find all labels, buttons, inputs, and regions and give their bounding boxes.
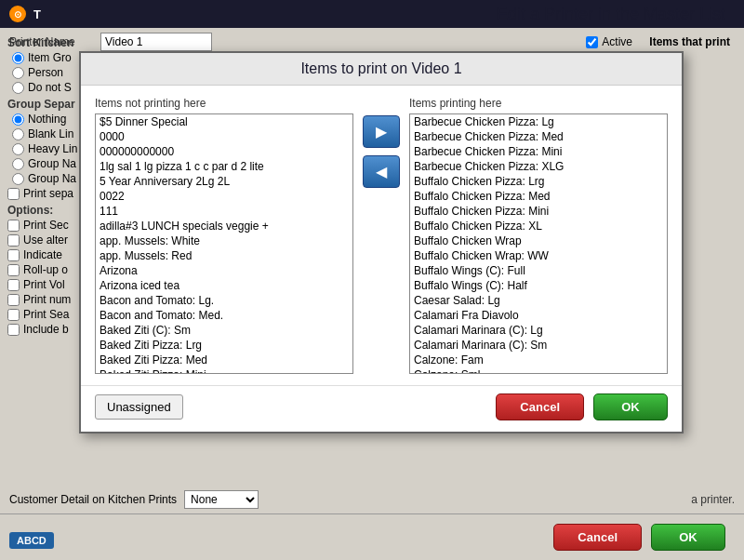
radio-do-not-sort-input[interactable] (12, 82, 24, 94)
list-item[interactable]: app. Mussels: White (96, 233, 352, 248)
list-item[interactable]: 1lg sal 1 lg pizza 1 c c par d 2 lite (96, 159, 352, 174)
list-item[interactable]: Baked Ziti Pizza: Lrg (96, 338, 352, 353)
list-item[interactable]: Arizona (96, 263, 352, 278)
modal-footer: Unassigned Cancel OK (81, 385, 682, 432)
group-na2-label: Group Na (28, 172, 76, 185)
list-item[interactable]: $5 Dinner Special (96, 114, 352, 129)
use-alter-checkbox[interactable] (7, 234, 20, 247)
list-item[interactable]: Buffalo Chicken Pizza: Lrg (410, 174, 667, 189)
customer-detail-row: Customer Detail on Kitchen Prints None (9, 490, 735, 509)
list-item[interactable]: 5 Year Anniversary 2Lg 2L (96, 174, 352, 189)
print-vol-checkbox[interactable] (7, 279, 20, 291)
use-alter-label: Use alter (23, 233, 68, 247)
a-printer-text: a printer. (691, 493, 735, 506)
right-list-column: Items printing here Barbecue Chicken Piz… (409, 97, 668, 374)
roll-up-label: Roll-up o (23, 263, 68, 276)
main-ok-button[interactable]: OK (651, 524, 725, 551)
list-item[interactable]: 111 (96, 204, 352, 219)
bottom-bar: ABCD Cancel OK (0, 513, 744, 560)
sort-kitchen-label: Sort Kitchen (7, 36, 113, 49)
left-list-box[interactable]: $5 Dinner Special00000000000000001lg sal… (95, 113, 353, 374)
modal-ok-button[interactable]: OK (593, 393, 668, 420)
list-item[interactable]: Buffalo Wings (C): Half (410, 278, 667, 293)
app-title: T (33, 7, 41, 21)
list-item[interactable]: Barbecue Chicken Pizza: Mini (410, 144, 667, 159)
unassigned-label: Unassigned (95, 394, 183, 420)
list-item[interactable]: Calzone: Fam (410, 353, 667, 367)
list-item[interactable]: Baked Ziti Pizza: Mini (96, 367, 352, 374)
list-item[interactable]: Buffalo Chicken Pizza: Med (410, 189, 667, 204)
left-list-column: Items not printing here $5 Dinner Specia… (95, 97, 353, 374)
person-label: Person (28, 66, 63, 79)
left-list-header: Items not printing here (95, 97, 353, 110)
blank-lin-label: Blank Lin (28, 127, 73, 140)
move-left-button[interactable]: ◀ (363, 155, 400, 188)
print-sec-checkbox[interactable] (7, 220, 20, 232)
print-sea-label: Print Sea (23, 308, 69, 321)
print-sepa-checkbox[interactable] (7, 188, 20, 200)
move-right-button[interactable]: ▶ (363, 115, 400, 148)
print-vol-label: Print Vol (23, 278, 65, 291)
radio-item-gro-input[interactable] (12, 52, 24, 64)
list-item[interactable]: Barbecue Chicken Pizza: XLG (410, 159, 667, 174)
active-checkbox[interactable] (586, 36, 598, 48)
right-list-box[interactable]: Barbecue Chicken Pizza: LgBarbecue Chick… (409, 113, 668, 374)
nothing-label: Nothing (28, 113, 66, 126)
modal-cancel-button[interactable]: Cancel (496, 393, 584, 420)
modal-dialog: Items to print on Video 1 Items not prin… (79, 51, 684, 433)
list-item[interactable]: Buffalo Chicken Pizza: Mini (410, 204, 667, 219)
arrow-buttons-group: ▶ ◀ (363, 97, 400, 188)
print-num-checkbox[interactable] (7, 294, 20, 306)
list-item[interactable]: Arizona iced tea (96, 278, 352, 293)
indicate-label: Indicate (23, 248, 62, 261)
print-sepa-label: Print sepa (23, 187, 73, 200)
radio-nothing-input[interactable] (12, 113, 24, 126)
indicate-checkbox[interactable] (7, 249, 20, 261)
list-item[interactable]: Barbecue Chicken Pizza: Med (410, 129, 667, 144)
list-item[interactable]: adilla#3 LUNCH specials veggie + (96, 219, 352, 233)
list-item[interactable]: Barbecue Chicken Pizza: Lg (410, 114, 667, 129)
item-gro-label: Item Gro (28, 51, 72, 64)
group-na1-label: Group Na (28, 157, 76, 170)
list-item[interactable]: 0000 (96, 129, 352, 144)
app-icon: ⊙ (9, 6, 26, 22)
list-item[interactable]: Calamari Fra Diavolo (410, 308, 667, 323)
radio-group-na1-input[interactable] (12, 158, 24, 170)
list-item[interactable]: Caesar Salad: Lg (410, 293, 667, 308)
list-item[interactable]: Calamari Marinara (C): Lg (410, 323, 667, 338)
radio-heavy-lin-input[interactable] (12, 143, 24, 155)
do-not-sort-label: Do not S (28, 81, 72, 94)
active-label: Active (602, 35, 632, 48)
print-num-label: Print num (23, 293, 71, 306)
radio-person-input[interactable] (12, 67, 24, 79)
list-item[interactable]: Baked Ziti Pizza: Med (96, 353, 352, 367)
list-item[interactable]: Buffalo Chicken Wrap (410, 233, 667, 248)
include-b-label: Include b (23, 323, 69, 336)
radio-blank-lin-input[interactable] (12, 128, 24, 140)
list-item[interactable]: Buffalo Wings (C): Full (410, 263, 667, 278)
modal-title: Items to print on Video 1 (81, 53, 682, 86)
items-print-label: Items that print (649, 35, 730, 48)
list-item[interactable]: Baked Ziti (C): Sm (96, 323, 352, 338)
list-item[interactable]: Calamari Marinara (C): Sm (410, 338, 667, 353)
page-title: Edit a Printer in the Master List (497, 5, 725, 24)
list-item[interactable]: Bacon and Tomato: Lg. (96, 293, 352, 308)
modal-body: Items not printing here $5 Dinner Specia… (81, 86, 682, 385)
list-item[interactable]: 0022 (96, 189, 352, 204)
include-b-checkbox[interactable] (7, 324, 20, 336)
list-item[interactable]: app. Mussels: Red (96, 248, 352, 263)
radio-group-na2-input[interactable] (12, 173, 24, 185)
main-window: ⊙ T Edit a Printer in the Master List Pr… (0, 0, 744, 560)
list-item[interactable]: Buffalo Chicken Pizza: XL (410, 219, 667, 233)
active-area: Active (586, 35, 632, 48)
list-item[interactable]: 000000000000 (96, 144, 352, 159)
roll-up-checkbox[interactable] (7, 264, 20, 276)
right-list-header: Items printing here (409, 97, 668, 110)
list-item[interactable]: Bacon and Tomato: Med. (96, 308, 352, 323)
customer-detail-select[interactable]: None (184, 490, 259, 509)
print-sea-checkbox[interactable] (7, 309, 20, 321)
list-item[interactable]: Calzone: Sml (410, 367, 667, 374)
heavy-lin-label: Heavy Lin (28, 142, 77, 155)
main-cancel-button[interactable]: Cancel (553, 524, 642, 551)
list-item[interactable]: Buffalo Chicken Wrap: WW (410, 248, 667, 263)
